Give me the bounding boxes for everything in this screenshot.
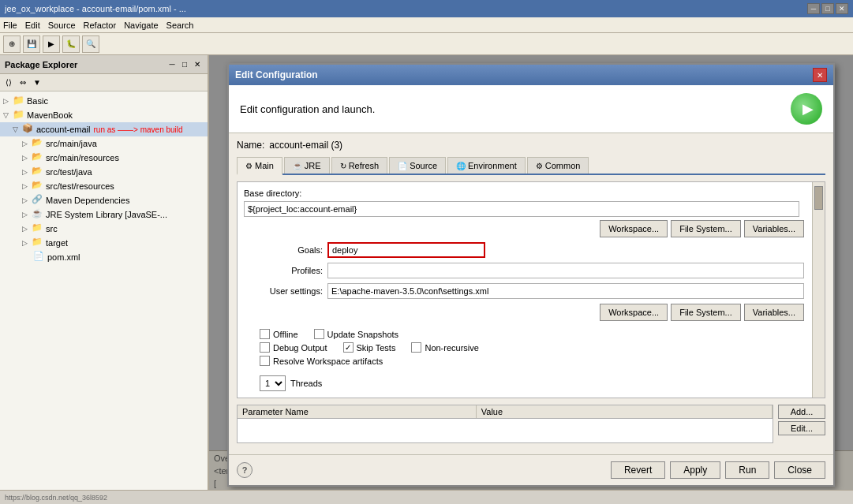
help-btn[interactable]: ? <box>237 462 253 478</box>
view-menu-btn[interactable]: ▼ <box>31 77 43 89</box>
tab-refresh[interactable]: ↻ Refresh <box>331 157 388 174</box>
tree-label: MavenBook <box>27 110 73 120</box>
edit-param-btn[interactable]: Edit... <box>778 421 825 435</box>
tab-jre-label: JRE <box>305 161 321 170</box>
tree-item-mavenbook[interactable]: ▽ 📁 MavenBook <box>0 108 208 122</box>
edit-configuration-dialog: Edit Configuration ✕ Edit configuration … <box>227 63 835 487</box>
workspace-btn-1[interactable]: Workspace... <box>600 220 668 237</box>
menu-navigate[interactable]: Navigate <box>124 21 158 30</box>
base-directory-value: ${project_loc:account-email} <box>244 201 799 217</box>
file-system-btn-1[interactable]: File System... <box>671 220 741 237</box>
form-scrollbar[interactable] <box>812 182 825 398</box>
tree-label: target <box>46 238 68 248</box>
variables-btn-2[interactable]: Variables... <box>744 304 804 321</box>
tree-arrow: ▷ <box>22 211 32 218</box>
tree-label: account-email <box>36 125 90 134</box>
jre-tab-icon: ☕ <box>293 162 302 170</box>
update-snapshots-checkbox-box[interactable] <box>314 329 324 339</box>
run-btn[interactable]: Run <box>725 461 769 479</box>
tab-main[interactable]: ⚙ Main <box>237 157 282 175</box>
close-btn[interactable]: Close <box>774 461 825 479</box>
menu-file[interactable]: File <box>3 21 17 30</box>
dialog-header-text: Edit configuration and launch. <box>240 103 375 115</box>
skip-tests-checkbox[interactable]: Skip Tests <box>343 342 396 353</box>
maximize-panel-btn[interactable]: □ <box>179 59 190 70</box>
name-row: Name: account-email (3) <box>237 140 825 151</box>
tree-arrow: ▽ <box>3 111 13 119</box>
tree-item-src-main-resources[interactable]: ▷ 📂 src/main/resources <box>0 151 208 165</box>
tree-label: src/main/java <box>46 139 97 148</box>
variables-btn-1[interactable]: Variables... <box>744 220 804 237</box>
workspace-btn-2[interactable]: Workspace... <box>600 304 668 321</box>
menu-search[interactable]: Search <box>166 21 194 30</box>
tree-item-src[interactable]: ▷ 📁 src <box>0 222 208 236</box>
search-btn[interactable]: 🔍 <box>82 35 99 53</box>
threads-select[interactable]: 1 2 4 8 <box>260 375 286 391</box>
debug-output-checkbox[interactable]: Debug Output <box>260 342 327 353</box>
config-tabs: ⚙ Main ☕ JRE ↻ Refresh <box>237 157 825 175</box>
tree-area: ▷ 📁 Basic ▽ 📁 MavenBook ▽ 📦 account-emai… <box>0 91 208 490</box>
update-snapshots-checkbox[interactable]: Update Snapshots <box>314 329 399 339</box>
collapse-all-btn[interactable]: ⟨⟩ <box>2 77 15 89</box>
resolve-workspace-checkbox-box[interactable] <box>260 356 270 366</box>
eclipse-title: jee_ox_workplace - account-email/pom.xml… <box>5 4 186 13</box>
tree-item-maven-deps[interactable]: ▷ 🔗 Maven Dependencies <box>0 193 208 207</box>
params-btn-column: Add... Edit... <box>778 405 825 435</box>
tab-common[interactable]: ⚙ Common <box>527 157 589 174</box>
checkbox-row-2: Debug Output Skip Tests No <box>244 342 804 353</box>
tree-item-target[interactable]: ▷ 📁 target <box>0 236 208 250</box>
refresh-tab-icon: ↻ <box>340 162 346 170</box>
minimize-panel-btn[interactable]: ─ <box>166 59 178 70</box>
tree-label: Basic <box>27 96 48 106</box>
run-as-annotation: run as ——> maven build <box>93 125 182 134</box>
tree-item-src-main-java[interactable]: ▷ 📂 src/main/java <box>0 136 208 151</box>
dialog-header: Edit configuration and launch. <box>229 85 833 133</box>
project-icon: 📦 <box>22 123 35 136</box>
tree-item-pom[interactable]: 📄 pom.xml <box>0 250 208 264</box>
minimize-btn[interactable]: ─ <box>807 3 820 14</box>
non-recursive-checkbox-box[interactable] <box>411 342 421 353</box>
src-folder-icon: 📂 <box>32 180 44 192</box>
main-tab-icon: ⚙ <box>245 162 253 170</box>
profiles-label: Profiles: <box>244 266 323 275</box>
goals-input[interactable] <box>327 242 485 258</box>
main-toolbar: ⊕ 💾 ▶ 🐛 🔍 <box>0 33 853 55</box>
tab-source[interactable]: 📄 Source <box>389 157 446 174</box>
url-bar: https://blog.csdn.net/qq_36l8592 <box>0 490 853 504</box>
maximize-btn[interactable]: □ <box>821 3 834 14</box>
tree-item-jre[interactable]: ▷ ☕ JRE System Library [JavaSE-... <box>0 207 208 222</box>
non-recursive-checkbox[interactable]: Non-recursive <box>411 342 478 353</box>
run-btn[interactable]: ▶ <box>43 35 60 53</box>
skip-tests-checkbox-box[interactable] <box>343 342 354 353</box>
tree-item-src-test-resources[interactable]: ▷ 📂 src/test/resources <box>0 179 208 193</box>
new-btn[interactable]: ⊕ <box>3 35 21 53</box>
offline-checkbox-box[interactable] <box>260 329 270 339</box>
resolve-workspace-checkbox[interactable]: Resolve Workspace artifacts <box>260 356 383 366</box>
offline-checkbox[interactable]: Offline <box>260 329 298 339</box>
user-settings-label: User settings: <box>244 286 323 296</box>
tab-source-label: Source <box>410 161 437 170</box>
tree-item-account-email[interactable]: ▽ 📦 account-email run as ——> maven build <box>0 122 208 136</box>
debug-output-checkbox-box[interactable] <box>260 342 270 353</box>
menu-source[interactable]: Source <box>48 21 76 30</box>
close-panel-btn[interactable]: ✕ <box>192 59 203 70</box>
link-editor-btn[interactable]: ⇔ <box>17 77 29 89</box>
user-settings-input[interactable] <box>327 283 804 299</box>
debug-btn[interactable]: 🐛 <box>62 35 80 53</box>
tree-label: src/main/resources <box>46 153 119 162</box>
menu-refactor[interactable]: Refactor <box>84 21 117 30</box>
file-system-btn-2[interactable]: File System... <box>671 304 741 321</box>
tab-jre[interactable]: ☕ JRE <box>284 157 330 174</box>
add-param-btn[interactable]: Add... <box>778 405 825 419</box>
menu-edit[interactable]: Edit <box>25 21 40 30</box>
apply-btn[interactable]: Apply <box>670 461 720 479</box>
profiles-input[interactable] <box>327 263 804 278</box>
close-btn[interactable]: ✕ <box>836 3 848 14</box>
tree-item-src-test-java[interactable]: ▷ 📂 src/test/java <box>0 165 208 179</box>
tree-item-basic[interactable]: ▷ 📁 Basic <box>0 94 208 108</box>
revert-btn[interactable]: Revert <box>611 461 665 479</box>
dialog-close-btn[interactable]: ✕ <box>813 68 827 82</box>
offline-label: Offline <box>273 330 298 339</box>
tab-environment[interactable]: 🌐 Environment <box>447 157 526 174</box>
save-btn[interactable]: 💾 <box>23 35 40 53</box>
